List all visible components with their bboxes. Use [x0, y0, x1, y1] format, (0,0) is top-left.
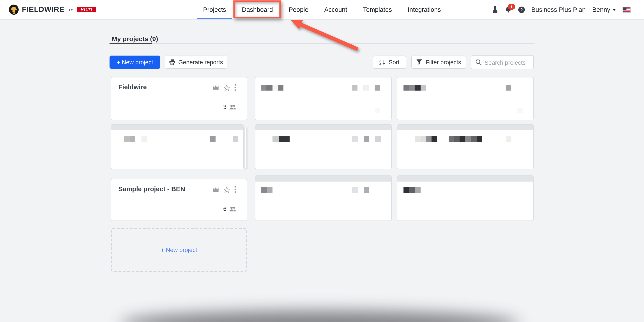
- new-project-button[interactable]: + New project: [110, 56, 160, 69]
- sort-az-icon: A Z: [380, 59, 386, 65]
- tab-label-account: Account: [324, 6, 347, 13]
- topbar-right: 1 Business Plus Plan Benny: [492, 0, 631, 19]
- project-card-actions: [212, 186, 236, 193]
- language-flag-icon[interactable]: [622, 7, 631, 12]
- hilti-logo: HILTI: [77, 7, 96, 12]
- notification-badge: 1: [508, 4, 515, 10]
- crown-icon: [212, 85, 219, 90]
- redacted-block: [375, 108, 380, 113]
- project-card-actions: [212, 84, 236, 91]
- kebab-menu-icon[interactable]: [234, 186, 236, 193]
- brand[interactable]: FIELDWIRE BY HILTI: [9, 0, 96, 19]
- redacted-block: [352, 187, 358, 193]
- redacted-block: [375, 85, 380, 91]
- svg-text:A: A: [380, 59, 382, 62]
- redacted-block: [267, 187, 272, 193]
- tab-label-integrations: Integrations: [408, 6, 441, 13]
- svg-text:Z: Z: [380, 62, 381, 65]
- main-nav: ProjectsDashboardPeopleAccountTemplatesI…: [195, 0, 449, 19]
- redacted-block: [506, 85, 511, 91]
- tab-account[interactable]: Account: [318, 0, 353, 19]
- redacted-block: [518, 108, 523, 113]
- tab-label-people: People: [289, 6, 308, 13]
- redacted-block: [426, 136, 432, 142]
- my-projects-tab-underline: [110, 43, 152, 44]
- chevron-down-icon: [612, 8, 616, 11]
- new-project-tile-label: + New project: [161, 247, 197, 253]
- redacted-block: [420, 136, 426, 142]
- tab-label-templates: Templates: [363, 6, 392, 13]
- redacted-block: [364, 187, 369, 193]
- filter-funnel-icon: [416, 59, 422, 65]
- redacted-project-card[interactable]: [397, 175, 534, 221]
- redacted-card-header: [397, 176, 533, 181]
- user-menu[interactable]: Benny: [592, 6, 616, 13]
- redacted-block: [432, 136, 437, 142]
- redacted-block: [454, 136, 460, 142]
- redacted-card-header: [256, 125, 391, 130]
- redacted-card-header: [111, 125, 243, 130]
- redacted-card-header: [256, 176, 391, 181]
- labs-flask-icon[interactable]: [492, 6, 498, 13]
- star-icon[interactable]: [224, 186, 230, 193]
- my-projects-tab[interactable]: My projects (9): [112, 35, 158, 42]
- tab-people[interactable]: People: [282, 0, 314, 19]
- redacted-block: [420, 85, 426, 91]
- redacted-block: [210, 136, 216, 142]
- bottom-vignette: [120, 311, 519, 322]
- redacted-project-card[interactable]: [255, 175, 392, 221]
- redacted-block: [272, 136, 279, 142]
- redacted-project-card[interactable]: [397, 77, 534, 120]
- redacted-block: [448, 136, 454, 142]
- redacted-card-header: [397, 125, 533, 130]
- search-projects-box: [471, 55, 534, 69]
- redacted-block: [266, 85, 272, 91]
- tab-label-projects: Projects: [203, 6, 226, 13]
- generate-reports-button[interactable]: Generate reports: [165, 56, 227, 69]
- search-projects-input[interactable]: [484, 56, 533, 69]
- redacted-block: [415, 187, 420, 193]
- sort-button-label: Sort: [388, 59, 400, 65]
- notifications-bell-icon[interactable]: 1: [505, 6, 512, 13]
- redacted-block: [272, 85, 278, 91]
- filter-projects-button[interactable]: Filter projects: [411, 56, 466, 69]
- annotation-arrow: [280, 16, 364, 53]
- sort-button[interactable]: A Z Sort: [373, 56, 406, 69]
- redacted-block: [233, 136, 238, 142]
- printer-icon: [169, 59, 175, 65]
- project-card-fieldwire[interactable]: Fieldwire3: [111, 77, 247, 120]
- redacted-block: [352, 85, 358, 91]
- help-icon[interactable]: [518, 6, 525, 13]
- project-card-title: Sample project - BEN: [118, 185, 185, 192]
- user-name: Benny: [592, 6, 610, 13]
- member-count: 6: [223, 206, 226, 212]
- redacted-block: [460, 136, 465, 142]
- members-icon: [229, 206, 236, 211]
- project-card-title: Fieldwire: [118, 83, 147, 91]
- plan-label: Business Plus Plan: [532, 6, 586, 13]
- new-project-tile[interactable]: + New project: [111, 228, 247, 272]
- redacted-project-card[interactable]: [111, 124, 244, 169]
- redacted-project-card[interactable]: [255, 124, 392, 169]
- redacted-block: [415, 136, 420, 142]
- redacted-project-card[interactable]: [255, 77, 392, 120]
- redacted-block: [471, 136, 477, 142]
- star-icon[interactable]: [224, 84, 230, 91]
- redacted-project-card[interactable]: [397, 124, 534, 169]
- card-scrollbar[interactable]: [244, 127, 247, 169]
- redacted-block: [375, 136, 381, 142]
- redacted-block: [404, 187, 409, 193]
- member-count: 3: [223, 104, 226, 110]
- redacted-block: [352, 136, 358, 142]
- project-card-sample-project-ben[interactable]: Sample project - BEN6: [111, 179, 247, 221]
- redacted-block: [278, 85, 284, 91]
- new-project-button-label: + New project: [117, 59, 153, 65]
- tab-integrations[interactable]: Integrations: [402, 0, 447, 19]
- tab-dashboard[interactable]: Dashboard: [236, 0, 279, 19]
- kebab-menu-icon[interactable]: [234, 84, 236, 91]
- redacted-block: [363, 85, 369, 91]
- tab-templates[interactable]: Templates: [357, 0, 398, 19]
- redacted-block: [124, 136, 130, 142]
- project-card-members: 6: [223, 206, 236, 212]
- tab-projects[interactable]: Projects: [197, 0, 232, 19]
